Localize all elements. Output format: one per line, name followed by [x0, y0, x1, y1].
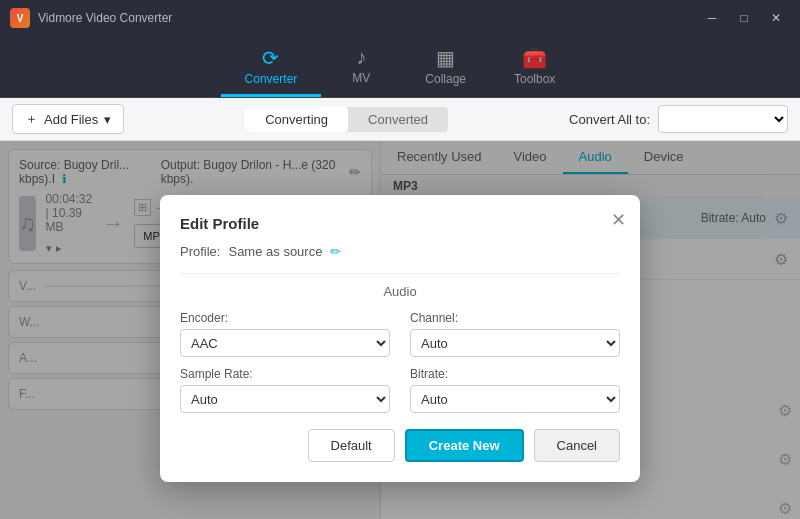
modal-form: Encoder: AACMP3AC3 Channel: AutoMonoSter…: [180, 311, 620, 413]
profile-label: Profile:: [180, 244, 220, 259]
tab-collage[interactable]: ▦ Collage: [401, 40, 490, 97]
title-bar-controls: ─ □ ✕: [698, 7, 790, 29]
converter-icon: ⟳: [262, 46, 279, 70]
sample-rate-select[interactable]: Auto22050 Hz44100 Hz: [180, 385, 390, 413]
channel-select-modal[interactable]: AutoMonoStereo: [410, 329, 620, 357]
app-icon: V: [10, 8, 30, 28]
modal-actions: Default Create New Cancel: [180, 429, 620, 462]
mv-icon: ♪: [356, 46, 366, 69]
collage-icon: ▦: [436, 46, 455, 70]
toolbar: ＋ Add Files ▾ Converting Converted Conve…: [0, 98, 800, 141]
encoder-label: Encoder:: [180, 311, 390, 325]
tab-mv[interactable]: ♪ MV: [321, 40, 401, 97]
bitrate-select[interactable]: Auto128 kbps192 kbps320 kbps: [410, 385, 620, 413]
modal-overlay: Edit Profile ✕ Profile: Same as source ✏…: [0, 141, 800, 519]
modal-title: Edit Profile: [180, 215, 620, 232]
app-title: Vidmore Video Converter: [38, 11, 172, 25]
title-bar-left: V Vidmore Video Converter: [10, 8, 172, 28]
bitrate-label: Bitrate:: [410, 367, 620, 381]
channel-group: Channel: AutoMonoStereo: [410, 311, 620, 357]
cancel-button[interactable]: Cancel: [534, 429, 620, 462]
add-files-label: Add Files: [44, 112, 98, 127]
tab-collage-label: Collage: [425, 72, 466, 86]
convert-all-select[interactable]: [658, 105, 788, 133]
tab-toolbox[interactable]: 🧰 Toolbox: [490, 40, 579, 97]
convert-all-area: Convert All to:: [569, 105, 788, 133]
profile-value: Same as source: [228, 244, 322, 259]
tab-toolbox-label: Toolbox: [514, 72, 555, 86]
modal-close-button[interactable]: ✕: [611, 209, 626, 231]
default-button[interactable]: Default: [308, 429, 395, 462]
toolbar-tabs: Converting Converted: [245, 107, 448, 132]
maximize-button[interactable]: □: [730, 7, 758, 29]
bitrate-group: Bitrate: Auto128 kbps192 kbps320 kbps: [410, 367, 620, 413]
nav-tabs: ⟳ Converter ♪ MV ▦ Collage 🧰 Toolbox: [0, 36, 800, 98]
convert-all-label: Convert All to:: [569, 112, 650, 127]
modal-profile-row: Profile: Same as source ✏: [180, 244, 620, 259]
audio-section-title: Audio: [180, 273, 620, 299]
sample-rate-label: Sample Rate:: [180, 367, 390, 381]
add-files-button[interactable]: ＋ Add Files ▾: [12, 104, 124, 134]
main-content: Source: Bugoy Dril... kbps).I ℹ Output: …: [0, 141, 800, 519]
sample-rate-group: Sample Rate: Auto22050 Hz44100 Hz: [180, 367, 390, 413]
create-new-button[interactable]: Create New: [405, 429, 524, 462]
tab-converter[interactable]: ⟳ Converter: [221, 40, 322, 97]
plus-icon: ＋: [25, 110, 38, 128]
close-button[interactable]: ✕: [762, 7, 790, 29]
converted-tab[interactable]: Converted: [348, 107, 448, 132]
edit-profile-modal: Edit Profile ✕ Profile: Same as source ✏…: [160, 195, 640, 482]
encoder-select[interactable]: AACMP3AC3: [180, 329, 390, 357]
tab-converter-label: Converter: [245, 72, 298, 86]
toolbox-icon: 🧰: [522, 46, 547, 70]
minimize-button[interactable]: ─: [698, 7, 726, 29]
encoder-group: Encoder: AACMP3AC3: [180, 311, 390, 357]
title-bar: V Vidmore Video Converter ─ □ ✕: [0, 0, 800, 36]
converting-tab[interactable]: Converting: [245, 107, 348, 132]
channel-label: Channel:: [410, 311, 620, 325]
profile-edit-icon[interactable]: ✏: [330, 244, 341, 259]
tab-mv-label: MV: [352, 71, 370, 85]
dropdown-arrow-icon: ▾: [104, 112, 111, 127]
